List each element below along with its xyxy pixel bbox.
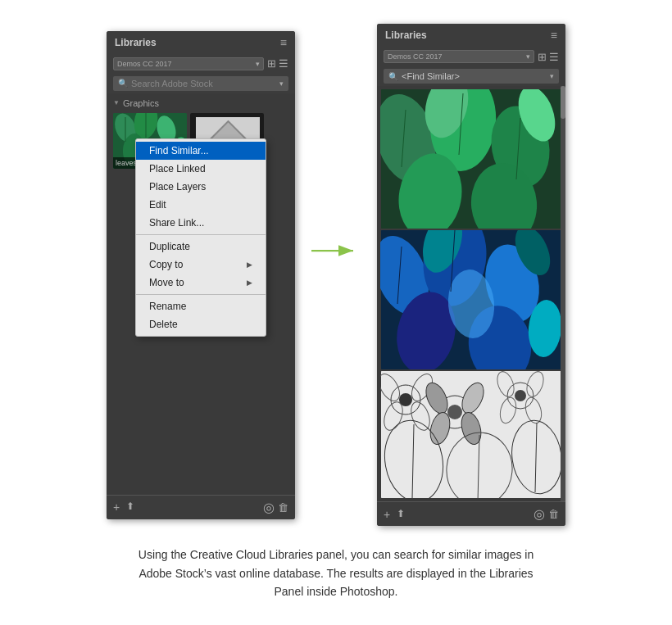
left-graphics-section: ▼ Graphics: [113, 98, 288, 108]
list-view-icon[interactable]: ☰: [279, 57, 288, 70]
direction-arrow: [311, 238, 361, 263]
left-panel-header: Libraries ≡: [107, 31, 295, 54]
caption: Using the Creative Cloud Libraries panel…: [123, 546, 549, 600]
right-trash-icon[interactable]: 🗑: [548, 508, 559, 520]
left-trash-icon[interactable]: 🗑: [278, 501, 288, 514]
right-search-icon: 🔍: [388, 72, 398, 81]
right-scrollbar-track[interactable]: [561, 86, 565, 501]
left-search-input[interactable]: 🔍 Search Adobe Stock ▾: [113, 76, 288, 91]
left-dropdown-value: Demos CC 2017: [117, 60, 172, 68]
right-cc-icon[interactable]: ◎: [534, 506, 545, 522]
menu-item-edit[interactable]: Edit: [136, 196, 266, 214]
menu-separator-1: [136, 234, 266, 235]
result-image-1[interactable]: [380, 89, 562, 229]
result-svg-3: [380, 371, 562, 498]
right-library-panel: Libraries ≡ Demos CC 2017 ▾ ⊞ ☰ 🔍 <Find …: [377, 24, 565, 526]
menu-item-move-to-label: Move to: [149, 277, 184, 288]
menu-item-duplicate[interactable]: Duplicate: [136, 238, 266, 256]
right-view-icons: ⊞ ☰: [538, 51, 559, 63]
result-image-3[interactable]: [380, 371, 562, 498]
right-panel-menu-icon[interactable]: ≡: [551, 29, 557, 42]
left-panel-footer: + ⬆ ◎ 🗑: [107, 495, 295, 519]
right-scrollbar-thumb[interactable]: [561, 86, 565, 119]
menu-item-place-layers[interactable]: Place Layers: [136, 178, 266, 196]
menu-item-edit-label: Edit: [149, 199, 166, 211]
left-footer-left: + ⬆: [113, 500, 134, 514]
right-search-input[interactable]: 🔍 <Find Similar> ▾: [384, 69, 559, 84]
left-panel-title: Libraries: [115, 37, 157, 48]
right-dropdown-arrow: ▾: [526, 52, 530, 61]
section-label-text: Graphics: [123, 98, 159, 108]
left-search-placeholder: Search Adobe Stock: [131, 79, 213, 88]
left-dropdown-row: Demos CC 2017 ▾ ⊞ ☰: [107, 54, 295, 74]
left-search-row: 🔍 Search Adobe Stock ▾: [107, 74, 295, 93]
right-panel-header: Libraries ≡: [377, 24, 565, 47]
right-grid-view-icon[interactable]: ⊞: [538, 51, 547, 63]
menu-item-place-linked[interactable]: Place Linked: [136, 160, 266, 178]
left-dropdown-arrow: ▾: [256, 60, 260, 68]
arrow-container: [311, 238, 361, 263]
left-search-dropdown-arrow: ▾: [279, 79, 284, 88]
menu-item-copy-to[interactable]: Copy to: [136, 256, 266, 274]
menu-item-share-link-label: Share Link...: [149, 217, 204, 229]
menu-item-move-to[interactable]: Move to: [136, 274, 266, 292]
menu-item-place-linked-label: Place Linked: [149, 163, 206, 174]
main-container: Libraries ≡ Demos CC 2017 ▾ ⊞ ☰ 🔍 Search…: [0, 24, 672, 600]
right-panel-footer: + ⬆ ◎ 🗑: [377, 501, 565, 526]
menu-item-delete-label: Delete: [149, 319, 178, 330]
right-list-view-icon[interactable]: ☰: [549, 51, 559, 63]
svg-point-49: [515, 390, 526, 401]
right-upload-icon[interactable]: ⬆: [397, 508, 405, 521]
result-image-2[interactable]: [380, 230, 562, 369]
menu-item-find-similar-label: Find Similar...: [149, 145, 209, 156]
svg-point-43: [447, 405, 462, 419]
panels-row: Libraries ≡ Demos CC 2017 ▾ ⊞ ☰ 🔍 Search…: [107, 24, 565, 526]
menu-item-delete[interactable]: Delete: [136, 315, 266, 333]
menu-item-find-similar[interactable]: Find Similar...: [136, 142, 266, 160]
right-add-icon[interactable]: +: [384, 508, 390, 521]
menu-item-copy-to-label: Copy to: [149, 259, 183, 270]
left-upload-icon[interactable]: ⬆: [126, 500, 134, 514]
caption-text: Using the Creative Cloud Libraries panel…: [138, 548, 534, 598]
right-search-row: 🔍 <Find Similar> ▾: [377, 66, 565, 86]
right-dropdown-value: Demos CC 2017: [388, 52, 443, 61]
menu-separator-2: [136, 294, 266, 295]
left-add-icon[interactable]: +: [113, 500, 120, 514]
left-cc-icon[interactable]: ◎: [263, 500, 275, 515]
left-library-panel: Libraries ≡ Demos CC 2017 ▾ ⊞ ☰ 🔍 Search…: [107, 31, 295, 519]
right-search-value: <Find Similar>: [402, 71, 460, 81]
section-triangle-icon: ▼: [113, 99, 120, 106]
right-library-dropdown[interactable]: Demos CC 2017 ▾: [384, 50, 534, 63]
menu-item-duplicate-label: Duplicate: [149, 241, 190, 252]
results-grid: [380, 89, 562, 498]
right-panel-content: [377, 86, 565, 501]
right-footer-left: + ⬆: [384, 508, 405, 521]
left-panel-content: ▼ Graphics: [107, 93, 295, 495]
right-footer-right: ◎ 🗑: [534, 506, 559, 522]
right-dropdown-row: Demos CC 2017 ▾ ⊞ ☰: [377, 47, 565, 66]
result-svg-2: [380, 230, 562, 369]
left-library-dropdown[interactable]: Demos CC 2017 ▾: [113, 57, 264, 70]
menu-item-rename[interactable]: Rename: [136, 297, 266, 315]
right-search-dropdown-arrow: ▾: [550, 72, 554, 80]
menu-item-share-link[interactable]: Share Link...: [136, 214, 266, 232]
right-panel-title: Libraries: [385, 29, 427, 41]
left-view-icons: ⊞ ☰: [267, 57, 288, 70]
left-search-icon: 🔍: [118, 79, 128, 88]
menu-item-place-layers-label: Place Layers: [149, 181, 206, 192]
left-footer-right: ◎ 🗑: [263, 500, 288, 515]
context-menu: Find Similar... Place Linked Place Layer…: [135, 138, 266, 337]
menu-item-rename-label: Rename: [149, 301, 186, 312]
left-panel-menu-icon[interactable]: ≡: [280, 36, 287, 49]
grid-view-icon[interactable]: ⊞: [267, 57, 276, 70]
result-svg-1: [380, 89, 562, 229]
